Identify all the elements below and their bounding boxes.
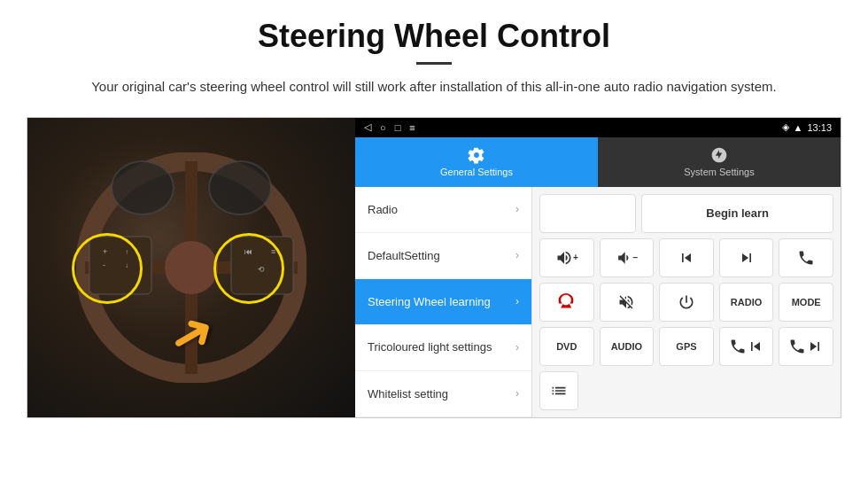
home-nav-icon[interactable]: ○ [380,122,386,133]
tab-system-settings[interactable]: System Settings [598,137,841,187]
menu-whitelist-label: Whitelist setting [368,387,448,401]
next-small-icon [806,338,824,355]
phone-icon [797,249,815,267]
begin-learn-label: Begin learn [706,206,769,220]
back-nav-icon[interactable]: ◁ [364,121,371,133]
right-highlight-circle [213,233,284,304]
gps-button[interactable]: GPS [659,327,714,366]
vol-up-button[interactable]: + [539,238,594,277]
prev-track-button[interactable] [659,238,714,277]
phone-next-icon [788,338,806,355]
menu-item-steeringwheel[interactable]: Steering Wheel learning › [355,279,531,325]
tricoloured-chevron-icon: › [515,341,519,354]
header-subtitle: Your original car's steering wheel contr… [53,77,815,97]
system-settings-icon [710,146,728,164]
right-controls: Begin learn + − [532,187,841,417]
status-bar-right: ◈ ▲ 13:13 [782,121,832,133]
phone-prev-icon [729,338,747,355]
prev-track-icon [678,249,695,267]
defaultsetting-chevron-icon: › [515,249,519,261]
tab-general-settings[interactable]: General Settings [355,137,598,187]
steeringwheel-chevron-icon: › [515,295,519,307]
menu-item-tricoloured[interactable]: Tricoloured light settings › [355,325,531,371]
vol-next-button[interactable] [779,327,833,366]
menu-tricoloured-label: Tricoloured light settings [368,340,492,354]
vol-up-icon [555,249,573,267]
control-row-2: RADIO MODE [539,283,833,322]
tab-system-label: System Settings [684,167,754,177]
main-content: + - ↑ ↓ ⏮ ≡ ⟲ ➜ ◁ [27,117,841,418]
control-row-3: DVD AUDIO GPS [539,327,833,366]
begin-learn-button[interactable]: Begin learn [641,194,833,233]
panel-body: Radio › DefaultSetting › Steering Wheel … [355,187,841,417]
vol-up-label: + [573,253,578,262]
tab-general-label: General Settings [440,167,513,177]
menu-steeringwheel-label: Steering Wheel learning [368,295,491,308]
page-header: Steering Wheel Control Your original car… [0,0,868,106]
prev-small-icon [747,338,764,355]
power-button[interactable] [659,283,714,322]
begin-learn-row: Begin learn [539,194,833,233]
whitelist-chevron-icon: › [515,387,519,400]
location-icon: ◈ [782,121,789,133]
menu-item-radio[interactable]: Radio › [355,187,531,233]
steering-wheel-image: + - ↑ ↓ ⏮ ≡ ⟲ ➜ [27,118,355,417]
radio-button[interactable]: RADIO [719,283,774,322]
svg-point-15 [112,161,174,214]
control-row-4 [539,371,833,410]
power-icon [678,293,695,311]
vol-down-label: − [632,253,638,262]
svg-point-5 [165,241,218,294]
vol-down-button[interactable]: − [600,238,655,277]
svg-point-16 [209,161,271,214]
audio-btn-label: AUDIO [611,341,642,352]
dvd-btn-label: DVD [556,341,577,352]
wifi-icon: ▲ [794,122,803,133]
next-track-button[interactable] [719,238,774,277]
hangup-icon [558,293,576,311]
menu-item-whitelist[interactable]: Whitelist setting › [355,371,531,417]
steering-wheel-graphic: + - ↑ ↓ ⏮ ≡ ⟲ ➜ [27,118,355,417]
empty-input-box[interactable] [539,194,636,233]
top-tabs: General Settings System Settings [355,137,841,187]
recents-nav-icon[interactable]: □ [395,122,401,133]
menu-defaultsetting-label: DefaultSetting [368,249,440,262]
dvd-button[interactable]: DVD [539,327,594,366]
status-bar: ◁ ○ □ ≡ ◈ ▲ 13:13 [355,118,841,137]
hangup-button[interactable] [539,283,594,322]
android-panel: ◁ ○ □ ≡ ◈ ▲ 13:13 General Settings [355,118,841,417]
control-row-1: + − [539,238,833,277]
menu-nav-icon[interactable]: ≡ [409,122,415,133]
gps-btn-label: GPS [676,341,696,352]
radio-btn-label: RADIO [731,297,762,307]
list-button[interactable] [539,371,578,410]
status-bar-left: ◁ ○ □ ≡ [364,121,415,133]
menu-radio-label: Radio [368,203,398,216]
radio-chevron-icon: › [515,203,519,215]
phone-button[interactable] [779,238,833,277]
gear-icon [468,146,485,164]
left-menu: Radio › DefaultSetting › Steering Wheel … [355,187,532,417]
next-track-icon [738,249,756,267]
audio-button[interactable]: AUDIO [600,327,655,366]
left-highlight-circle [72,233,143,304]
vol-down-icon [615,249,632,267]
vol-prev-button[interactable] [719,327,774,366]
page-title: Steering Wheel Control [53,18,815,55]
title-divider [416,62,452,65]
mode-button[interactable]: MODE [779,283,833,322]
menu-item-defaultsetting[interactable]: DefaultSetting › [355,233,531,279]
mute-icon [617,293,635,311]
mode-btn-label: MODE [792,297,821,307]
mute-button[interactable] [600,283,655,322]
status-time: 13:13 [807,122,832,133]
list-icon [550,382,568,400]
